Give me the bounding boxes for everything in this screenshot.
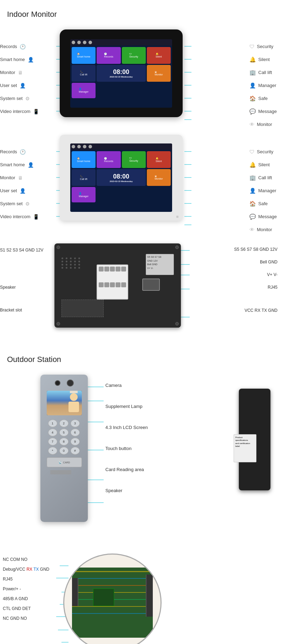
- outdoor-label-card: Card Reading area: [105, 459, 148, 480]
- monitor-icon-left: 🖥: [18, 70, 23, 75]
- systemset-icon: ⚙: [25, 96, 30, 101]
- w-monitor-icon-r: 👁: [249, 227, 255, 233]
- w-tile-clock: 08:00 2023-02-15 Wednesday: [97, 169, 146, 186]
- w-right-message: 💬 Message: [249, 210, 281, 223]
- tp2: [104, 267, 109, 271]
- key-hash[interactable]: #: [71, 447, 80, 455]
- w-label-userset: User set 👤: [0, 184, 39, 197]
- userset-icon: 👤: [20, 83, 26, 88]
- gd16: [61, 267, 63, 269]
- w-label-videointercom: Video intercom 📱: [0, 210, 39, 223]
- pcb-trace-2: [72, 578, 153, 579]
- label-videointercom: Video intercom 📱: [0, 105, 39, 118]
- left-labels-white: Records 🕐 Smart home 👤 Monitor 🖥 User se…: [0, 145, 39, 223]
- pcb-trace-6: [72, 606, 153, 607]
- screen-icon-4: [89, 41, 92, 44]
- w-tile-manager: 👤Manager: [72, 187, 96, 202]
- card-text: CARD: [63, 461, 70, 464]
- gd9: [74, 261, 76, 262]
- gd7: [66, 261, 67, 262]
- white-device-body: 🏠Smart home 🕐Records 🛡Security 🔔Silent 📞…: [60, 135, 183, 221]
- smarthome-icon: 👤: [28, 57, 34, 62]
- back-r-rj45: RJ45: [234, 285, 277, 290]
- label-monitor: Monitor 🖥: [0, 66, 39, 79]
- tile-silent: 🔔Silent: [147, 47, 171, 64]
- key-6[interactable]: 6: [71, 429, 80, 436]
- outdoor-wiring-diagram: NC COM NO Debug/VCC RX TX GND RJ45 Power…: [0, 543, 281, 644]
- security-icon: 🛡: [249, 43, 255, 49]
- w-tile-records: 🕐Records: [97, 151, 120, 168]
- gd3: [70, 257, 72, 259]
- right-label-message: 💬 Message: [249, 105, 281, 118]
- indoor-monitor-section: Indoor Monitor Records 🕐: [0, 0, 281, 345]
- key-8[interactable]: 8: [59, 438, 68, 445]
- outdoor-device-front: 1 2 3 4 5 6 7 8 9 * 0 # 📡 CARD: [40, 375, 88, 522]
- key-0[interactable]: 0: [59, 447, 68, 455]
- w-videointercom-icon: 📱: [33, 214, 39, 220]
- tp10: [121, 282, 126, 287]
- label-systemset: System set ⚙: [0, 92, 39, 105]
- clock-date: 2023-02-15 Wednesday: [110, 76, 133, 78]
- w-systemset-icon: ⚙: [25, 201, 30, 207]
- clock-time: 08:00: [113, 68, 129, 76]
- outdoor-label-touch: Touch button: [105, 438, 148, 459]
- white-indicator: [176, 216, 178, 218]
- screen-icon-1: [72, 41, 75, 44]
- right-label-manager: 👤 Manager: [249, 79, 281, 92]
- white-screen-grid: 🏠Smart home 🕐Records 🛡Security 🔔Silent 📞…: [70, 150, 172, 204]
- key-1[interactable]: 1: [48, 420, 57, 427]
- camera-lens-left: [55, 380, 60, 386]
- label-smarthome: Smart home 👤: [0, 53, 39, 66]
- connector-block-l: [72, 578, 78, 606]
- gd1: [61, 257, 63, 259]
- key-5[interactable]: 5: [59, 429, 68, 436]
- back-left-bracket: Bracket slot: [0, 308, 22, 313]
- screen-grid: 🏠Smart home 🕐Records 🛡Security 🔔Silent 📞…: [70, 46, 172, 100]
- black-device-body: 🏠Smart home 🕐Records 🛡Security 🔔Silent 📞…: [60, 29, 183, 117]
- outdoor-back-label: Productspecificationsand certificationla…: [234, 434, 256, 462]
- card-icon: 📡: [58, 461, 62, 464]
- w-label-monitor: Monitor 🖥: [0, 171, 39, 184]
- key-star[interactable]: *: [48, 447, 57, 455]
- gd19: [74, 267, 76, 269]
- tx-highlight: TX: [33, 567, 39, 572]
- w-tile-smarthome: 🏠Smart home: [72, 151, 96, 168]
- grill-dots: [61, 257, 86, 269]
- key-2[interactable]: 2: [59, 420, 68, 427]
- pcb-trace-1: [72, 571, 153, 572]
- outdoor-back-device: Productspecificationsand certificationla…: [239, 389, 270, 490]
- w-right-silent: 🔔 Silent: [249, 158, 281, 171]
- gd8: [70, 261, 72, 262]
- tile-monitor-right: 🖥Monitor: [147, 65, 171, 82]
- w-safe-icon: 🏠: [249, 201, 256, 207]
- w-tile-monitor: 🖥Monitor: [147, 169, 171, 186]
- outdoor-station-section: Outdoor Station: [0, 345, 281, 644]
- w-tile-silent: 🔔Silent: [147, 151, 171, 168]
- gd6: [61, 261, 63, 262]
- label-records: Records 🕐: [0, 40, 39, 53]
- back-left-speaker: Speaker: [0, 285, 16, 290]
- person-hair: [70, 391, 78, 393]
- grill-2: [50, 471, 71, 472]
- right-label-silent: 🔔 Silent: [249, 53, 281, 66]
- back-r-s5: S5 S6 S7 S8 GND 12V: [234, 247, 277, 252]
- w-manager-icon: 👤: [249, 188, 256, 194]
- gd12: [66, 264, 67, 266]
- records-icon: 🕐: [20, 44, 26, 49]
- manager-icon: 👤: [249, 82, 256, 89]
- w-silent-icon: 🔔: [249, 162, 256, 168]
- key-9[interactable]: 9: [71, 438, 80, 445]
- back-r-vcc: VCC RX TX GND: [234, 308, 277, 313]
- tp3: [110, 267, 115, 271]
- rj45-port: [142, 279, 160, 291]
- tile-manager: 👤Manager: [72, 83, 96, 98]
- key-3[interactable]: 3: [71, 420, 80, 427]
- tile-smarthome: 🏠Smart home: [72, 47, 96, 64]
- outdoor-lcd-screen: [47, 391, 82, 415]
- key-7[interactable]: 7: [48, 438, 57, 445]
- w-clock-date: 2023-02-15 Wednesday: [110, 180, 133, 182]
- key-4[interactable]: 4: [48, 429, 57, 436]
- indoor-monitor-title: Indoor Monitor: [0, 4, 281, 22]
- bracket-slot: [61, 300, 104, 317]
- grill-4: [50, 474, 71, 474]
